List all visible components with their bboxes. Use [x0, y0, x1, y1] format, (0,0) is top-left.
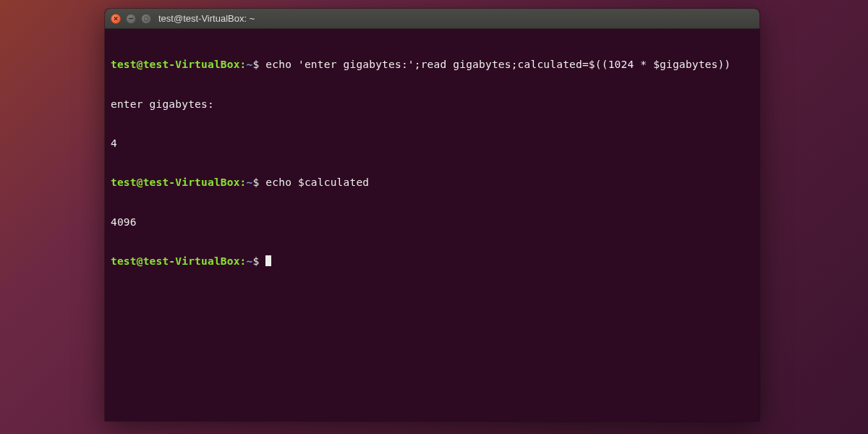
terminal-content[interactable]: test@test-VirtualBox:~$ echo 'enter giga… — [105, 29, 760, 297]
cursor — [265, 255, 271, 266]
prompt-separator: : — [240, 255, 247, 267]
command-text: echo $calculated — [265, 176, 369, 188]
maximize-button[interactable] — [141, 14, 151, 24]
terminal-line: test@test-VirtualBox:~$ — [111, 255, 754, 268]
prompt-separator: : — [240, 176, 247, 188]
minimize-button[interactable] — [126, 14, 136, 24]
output-line: 4 — [111, 137, 754, 150]
prompt-user-host: test@test-VirtualBox — [111, 255, 240, 267]
window-controls — [111, 14, 151, 24]
output-line: enter gigabytes: — [111, 98, 754, 111]
terminal-window: test@test-VirtualBox: ~ test@test-Virtua… — [105, 9, 760, 421]
command-text — [259, 255, 265, 267]
terminal-line: test@test-VirtualBox:~$ echo $calculated — [111, 176, 754, 189]
terminal-line: test@test-VirtualBox:~$ echo 'enter giga… — [111, 58, 754, 71]
titlebar[interactable]: test@test-VirtualBox: ~ — [105, 9, 760, 29]
output-line: 4096 — [111, 216, 754, 229]
close-button[interactable] — [111, 14, 121, 24]
prompt-user-host: test@test-VirtualBox — [111, 59, 240, 70]
prompt-user-host: test@test-VirtualBox — [111, 176, 240, 188]
window-title: test@test-VirtualBox: ~ — [158, 13, 255, 24]
command-text: echo 'enter gigabytes:';read gigabytes;c… — [265, 59, 731, 70]
prompt-separator: : — [240, 59, 247, 70]
